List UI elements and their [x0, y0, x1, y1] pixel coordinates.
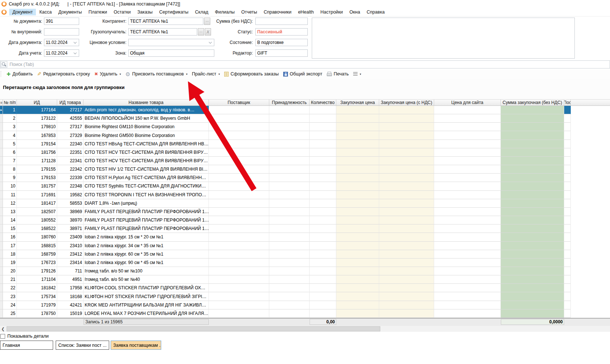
table-row[interactable]: ▸117716427217Actim prom тест д/визнач. о…: [0, 106, 610, 114]
cell-purchase-price[interactable]: [336, 309, 379, 318]
cell-quantity[interactable]: [310, 224, 336, 233]
cell-product-id[interactable]: 38969: [57, 208, 84, 216]
cell-purchase-sum[interactable]: [501, 233, 564, 241]
table-row[interactable]: 317981027317Bionime Rightest GM110 Bioni…: [0, 123, 610, 131]
cell-supplier[interactable]: [209, 284, 269, 292]
table-row[interactable]: 1218141758553DIART 1,8% -1мл (шприц): [0, 199, 610, 208]
cell-product-id[interactable]: 27217: [57, 106, 84, 114]
toolbar-grip[interactable]: [1, 71, 2, 77]
cell-site-price[interactable]: [434, 199, 501, 208]
cell-supplier[interactable]: [209, 114, 269, 123]
common-export-button[interactable]: Общий экспорт: [281, 71, 325, 77]
table-row[interactable]: 2218184217958KLІФТОН COOL STICKER ПЛАСТИ…: [0, 284, 610, 292]
cell-pos[interactable]: [564, 123, 571, 131]
form-orders-button[interactable]: Сформировать заказы: [222, 71, 281, 77]
cell-product-name[interactable]: Bionime Rightest GM110 Bionime Corporati…: [84, 123, 209, 131]
cell-purchase-sum[interactable]: [501, 250, 564, 259]
cell-site-price[interactable]: [434, 208, 501, 216]
cell-supplier[interactable]: [209, 157, 269, 165]
cell-supplier[interactable]: [209, 165, 269, 174]
cell-affiliation[interactable]: [269, 191, 310, 199]
table-row[interactable]: 517915422340CITO TEST HBsAg ТЕСТ-СИСТЕМА…: [0, 140, 610, 148]
cell-quantity[interactable]: [310, 259, 336, 267]
cell-purchase-sum[interactable]: [501, 216, 564, 224]
cell-product-id[interactable]: 19582: [57, 191, 84, 199]
table-row[interactable]: 717112822341CITO TEST HCV ТЕСТ-СИСТЕМА Д…: [0, 157, 610, 165]
cell-purchase-price-vat[interactable]: [379, 199, 434, 208]
column-header-id[interactable]: ИД: [17, 100, 57, 105]
cell-product-name[interactable]: CITO TEST Syphilis ТЕСТ-СИСТЕМА ДЛЯ ДІАГ…: [84, 182, 209, 190]
cell-id[interactable]: 179154: [17, 140, 57, 148]
cell-quantity[interactable]: [310, 216, 336, 224]
cell-pos[interactable]: [564, 191, 571, 199]
cell-pos[interactable]: [564, 216, 571, 224]
cell-purchase-price[interactable]: [336, 292, 379, 301]
cell-id[interactable]: 181842: [17, 284, 57, 292]
cell-product-id[interactable]: 23410: [57, 242, 84, 250]
cell-site-price[interactable]: [434, 224, 501, 233]
cell-num[interactable]: 21: [3, 275, 17, 284]
cell-id[interactable]: 180552: [17, 216, 57, 224]
cell-purchase-price[interactable]: [336, 191, 379, 199]
column-header-product-name[interactable]: Название товара: [84, 100, 209, 105]
cell-purchase-price-vat[interactable]: [379, 106, 434, 114]
cell-quantity[interactable]: [310, 233, 336, 241]
cell-site-price[interactable]: [434, 148, 501, 157]
cell-affiliation[interactable]: [269, 182, 310, 190]
cell-purchase-sum[interactable]: [501, 157, 564, 165]
cell-supplier[interactable]: [209, 242, 269, 250]
cell-supplier[interactable]: [209, 140, 269, 148]
column-header-supplier[interactable]: Поставщик: [209, 100, 269, 105]
cell-id[interactable]: 175734: [17, 292, 57, 301]
cell-quantity[interactable]: [310, 292, 336, 301]
cell-purchase-price[interactable]: [336, 275, 379, 284]
cell-site-price[interactable]: [434, 191, 501, 199]
cell-num[interactable]: 4: [3, 131, 17, 140]
cell-purchase-sum[interactable]: [501, 191, 564, 199]
cell-purchase-price[interactable]: [336, 165, 379, 174]
menu-item-14[interactable]: Окна: [346, 9, 363, 15]
cell-purchase-price-vat[interactable]: [379, 114, 434, 123]
cell-purchase-sum[interactable]: [501, 208, 564, 216]
cell-id[interactable]: 180760: [17, 233, 57, 241]
cell-purchase-price[interactable]: [336, 250, 379, 259]
cell-pos[interactable]: [564, 106, 571, 114]
cell-affiliation[interactable]: [269, 106, 310, 114]
cell-id[interactable]: 171104: [17, 275, 57, 284]
search-input[interactable]: Поиск (Tab): [0, 60, 610, 68]
cell-id[interactable]: 179155: [17, 165, 57, 174]
cell-site-price[interactable]: [434, 114, 501, 123]
counterparty-input[interactable]: ТЕСТ АПТЕКА №1: [128, 18, 203, 25]
tab-3[interactable]: Заявка поставщикам ..: [111, 341, 161, 350]
cell-id[interactable]: 168522: [17, 224, 57, 233]
cell-num[interactable]: 3: [3, 123, 17, 131]
cell-product-name[interactable]: Ітомед табл. в/о 50 мг №40: [84, 275, 209, 284]
cell-supplier[interactable]: [209, 275, 269, 284]
cell-product-name[interactable]: BEDAN ЛІПОЛОСЬЙОН 150 мл P.W. Beyvers Gm…: [84, 114, 209, 123]
table-row[interactable]: 217312242555BEDAN ЛІПОЛОСЬЙОН 150 мл P.W…: [0, 114, 610, 123]
cell-id[interactable]: 181417: [17, 199, 57, 208]
table-row[interactable]: 1716881523410Ioban 2 плівка хірург. 34 с…: [0, 242, 610, 250]
cell-num[interactable]: 9: [3, 174, 17, 182]
cell-product-name[interactable]: Ітомед табл. в/о 50 мг №100: [84, 267, 209, 275]
table-row[interactable]: 2417197942421KROK MED АНТИТРІЩИНИ БАЛЬЗА…: [0, 301, 610, 309]
cell-pos[interactable]: [564, 148, 571, 157]
cell-affiliation[interactable]: [269, 233, 310, 241]
cell-product-id[interactable]: 42421: [57, 301, 84, 309]
cell-affiliation[interactable]: [269, 224, 310, 233]
column-header-purchase-price[interactable]: Закупочная цена: [336, 100, 379, 105]
cell-purchase-price[interactable]: [336, 148, 379, 157]
cell-product-name[interactable]: KLІФТОН HOT STICKER ПЛАСТИР ГІДРОГЕЛЕВИЙ…: [84, 292, 209, 301]
cell-purchase-price-vat[interactable]: [379, 259, 434, 267]
cell-quantity[interactable]: [310, 157, 336, 165]
cell-purchase-price-vat[interactable]: [379, 301, 434, 309]
cell-id[interactable]: 179153: [17, 174, 57, 182]
cell-purchase-price[interactable]: [336, 259, 379, 267]
scroll-left-arrow-icon[interactable]: ❮: [0, 326, 6, 332]
cell-purchase-price-vat[interactable]: [379, 157, 434, 165]
menu-item-11[interactable]: Справочники: [260, 9, 295, 15]
cell-site-price[interactable]: [434, 174, 501, 182]
tab-2[interactable]: Список: Заявки пост ...: [56, 341, 109, 350]
table-row[interactable]: 211711044951Ітомед табл. в/о 50 мг №40: [0, 275, 610, 284]
cell-product-id[interactable]: 27329: [57, 131, 84, 140]
